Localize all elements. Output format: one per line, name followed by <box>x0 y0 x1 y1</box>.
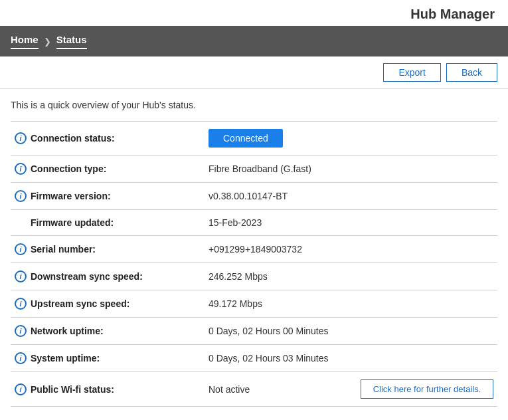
label-cell-firmware-updated: Firmware updated: <box>11 210 205 236</box>
label-text-serial-number: Serial number: <box>31 244 96 255</box>
label-text-upstream-sync-speed: Upstream sync speed: <box>31 298 129 309</box>
label-cell-firmware-version: iFirmware version: <box>11 183 205 210</box>
connected-badge: Connected <box>209 129 283 148</box>
label-text-network-uptime: Network uptime: <box>31 326 104 336</box>
label-cell-connection-status: iConnection status: <box>11 122 205 156</box>
info-icon-public-wifi-status[interactable]: i <box>15 383 27 395</box>
row-connection-type: iConnection type:Fibre Broadband (G.fast… <box>11 156 497 183</box>
value-text-firmware-updated: 15-Feb-2023 <box>209 217 262 228</box>
label-text-firmware-version: Firmware version: <box>31 191 111 201</box>
label-cell-upstream-sync-speed: iUpstream sync speed: <box>11 290 205 318</box>
nav-home[interactable]: Home <box>11 34 39 49</box>
label-cell-network-uptime: iNetwork uptime: <box>11 318 205 345</box>
row-public-wifi-status: iPublic Wi-fi status:Not activeClick her… <box>11 372 497 407</box>
row-upstream-sync-speed: iUpstream sync speed:49.172 Mbps <box>11 290 497 318</box>
info-icon-serial-number[interactable]: i <box>15 243 27 255</box>
value-cell-system-uptime: 0 Days, 02 Hours 03 Minutes <box>205 345 344 372</box>
info-icon-system-uptime[interactable]: i <box>15 352 27 364</box>
label-text-connection-status: Connection status: <box>31 133 115 144</box>
value-text-connection-type: Fibre Broadband (G.fast) <box>209 163 311 174</box>
info-icon-upstream-sync-speed[interactable]: i <box>15 298 27 310</box>
label-text-connection-type: Connection type: <box>31 163 106 174</box>
value-cell-downstream-sync-speed: 246.252 Mbps <box>205 263 344 290</box>
value-text-system-uptime: 0 Days, 02 Hours 03 Minutes <box>209 353 329 364</box>
app-title-bar: Hub Manager <box>0 0 508 26</box>
label-cell-serial-number: iSerial number: <box>11 236 205 263</box>
app-title: Hub Manager <box>410 7 495 21</box>
value-text-network-uptime: 0 Days, 02 Hours 00 Minutes <box>209 326 329 336</box>
label-text-system-uptime: System uptime: <box>31 353 100 364</box>
row-serial-number: iSerial number:+091299+1849003732 <box>11 236 497 263</box>
row-firmware-version: iFirmware version:v0.38.00.10147-BT <box>11 183 497 210</box>
row-system-uptime: iSystem uptime:0 Days, 02 Hours 03 Minut… <box>11 345 497 372</box>
row-network-uptime: iNetwork uptime:0 Days, 02 Hours 00 Minu… <box>11 318 497 345</box>
value-cell-firmware-version: v0.38.00.10147-BT <box>205 183 344 210</box>
info-icon-downstream-sync-speed[interactable]: i <box>15 270 27 282</box>
status-table: iConnection status:ConnectediConnection … <box>11 121 497 407</box>
label-cell-system-uptime: iSystem uptime: <box>11 345 205 372</box>
value-text-upstream-sync-speed: 49.172 Mbps <box>209 298 262 309</box>
value-cell-connection-type: Fibre Broadband (G.fast) <box>205 156 344 183</box>
value-text-serial-number: +091299+1849003732 <box>209 244 302 255</box>
label-text-downstream-sync-speed: Downstream sync speed: <box>31 271 143 282</box>
extra-cell-public-wifi-status: Click here for further details. <box>344 372 497 407</box>
row-downstream-sync-speed: iDownstream sync speed:246.252 Mbps <box>11 263 497 290</box>
content-area: This is a quick overview of your Hub's s… <box>0 89 508 420</box>
toolbar: Export Back <box>0 56 508 89</box>
nav-chevron-icon: ❯ <box>44 37 51 47</box>
info-icon-connection-status[interactable]: i <box>15 132 27 144</box>
row-connection-status: iConnection status:Connected <box>11 122 497 156</box>
info-icon-firmware-version[interactable]: i <box>15 190 27 202</box>
nav-status: Status <box>56 34 87 49</box>
back-button[interactable]: Back <box>446 63 497 82</box>
nav-bar: Home ❯ Status <box>0 26 508 56</box>
value-cell-public-wifi-status: Not active <box>205 372 344 407</box>
label-cell-public-wifi-status: iPublic Wi-fi status: <box>11 372 205 407</box>
value-cell-serial-number: +091299+1849003732 <box>205 236 344 263</box>
value-text-firmware-version: v0.38.00.10147-BT <box>209 191 288 201</box>
value-cell-firmware-updated: 15-Feb-2023 <box>205 210 344 236</box>
further-details-button[interactable]: Click here for further details. <box>361 379 493 399</box>
label-cell-connection-type: iConnection type: <box>11 156 205 183</box>
label-text-public-wifi-status: Public Wi-fi status: <box>31 384 114 395</box>
info-icon-network-uptime[interactable]: i <box>15 325 27 337</box>
value-text-downstream-sync-speed: 246.252 Mbps <box>209 271 268 282</box>
label-text-firmware-updated: Firmware updated: <box>31 217 114 228</box>
value-text-public-wifi-status: Not active <box>209 384 250 395</box>
row-firmware-updated: Firmware updated:15-Feb-2023 <box>11 210 497 236</box>
value-cell-connection-status: Connected <box>205 122 344 156</box>
overview-description: This is a quick overview of your Hub's s… <box>11 100 497 110</box>
value-cell-network-uptime: 0 Days, 02 Hours 00 Minutes <box>205 318 344 345</box>
export-button[interactable]: Export <box>383 63 440 82</box>
info-icon-connection-type[interactable]: i <box>15 163 27 175</box>
label-cell-downstream-sync-speed: iDownstream sync speed: <box>11 263 205 290</box>
value-cell-upstream-sync-speed: 49.172 Mbps <box>205 290 344 318</box>
